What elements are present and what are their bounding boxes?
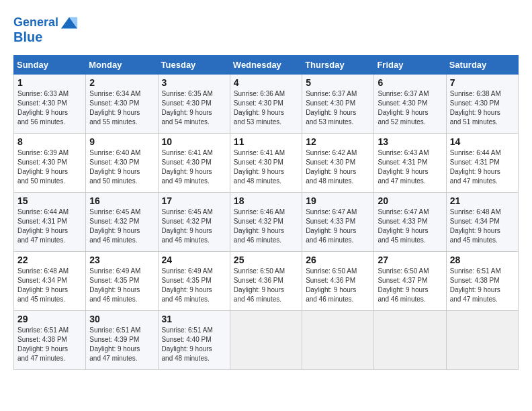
day-number: 23 [89,255,154,265]
day-number: 16 [89,195,154,206]
day-number: 25 [234,255,298,265]
calendar-cell: 10 Sunrise: 6:41 AM Sunset: 4:30 PM Dayl… [158,134,230,193]
header-tuesday: Tuesday [158,56,230,75]
day-number: 17 [162,195,226,206]
day-number: 8 [17,136,82,147]
calendar-cell: 18 Sunrise: 6:46 AM Sunset: 4:32 PM Dayl… [230,193,302,252]
day-number: 13 [378,136,442,147]
calendar-cell: 3 Sunrise: 6:35 AM Sunset: 4:30 PM Dayli… [158,75,230,134]
calendar-cell: 17 Sunrise: 6:45 AM Sunset: 4:32 PM Dayl… [158,193,230,252]
cell-info: Sunrise: 6:43 AM Sunset: 4:31 PM Dayligh… [378,148,442,186]
calendar-cell: 4 Sunrise: 6:36 AM Sunset: 4:30 PM Dayli… [230,75,302,134]
calendar-table: SundayMondayTuesdayWednesdayThursdayFrid… [13,55,519,370]
calendar-cell: 23 Sunrise: 6:49 AM Sunset: 4:35 PM Dayl… [86,252,158,311]
page-header: General Blue [13,13,519,44]
cell-info: Sunrise: 6:41 AM Sunset: 4:30 PM Dayligh… [234,148,298,186]
day-number: 28 [450,255,515,265]
calendar-week-5: 29 Sunrise: 6:51 AM Sunset: 4:38 PM Dayl… [14,311,519,370]
calendar-week-2: 8 Sunrise: 6:39 AM Sunset: 4:30 PM Dayli… [14,134,519,193]
day-number: 27 [378,255,442,265]
day-number: 6 [378,77,442,88]
calendar-cell: 19 Sunrise: 6:47 AM Sunset: 4:33 PM Dayl… [302,193,374,252]
calendar-cell: 28 Sunrise: 6:51 AM Sunset: 4:38 PM Dayl… [446,252,518,311]
cell-info: Sunrise: 6:50 AM Sunset: 4:37 PM Dayligh… [378,267,442,304]
calendar-cell: 13 Sunrise: 6:43 AM Sunset: 4:31 PM Dayl… [374,134,446,193]
calendar-cell: 9 Sunrise: 6:40 AM Sunset: 4:30 PM Dayli… [86,134,158,193]
calendar-cell: 31 Sunrise: 6:51 AM Sunset: 4:40 PM Dayl… [158,311,230,370]
day-number: 5 [306,77,370,88]
day-number: 30 [89,314,154,324]
cell-info: Sunrise: 6:34 AM Sunset: 4:30 PM Dayligh… [89,89,154,127]
day-number: 20 [378,195,442,206]
cell-info: Sunrise: 6:44 AM Sunset: 4:31 PM Dayligh… [17,208,82,245]
cell-info: Sunrise: 6:33 AM Sunset: 4:30 PM Dayligh… [17,89,82,127]
day-number: 31 [162,314,226,324]
calendar-cell: 30 Sunrise: 6:51 AM Sunset: 4:39 PM Dayl… [86,311,158,370]
calendar-cell: 25 Sunrise: 6:50 AM Sunset: 4:36 PM Dayl… [230,252,302,311]
cell-info: Sunrise: 6:51 AM Sunset: 4:38 PM Dayligh… [450,267,515,304]
day-number: 29 [17,314,82,324]
cell-info: Sunrise: 6:47 AM Sunset: 4:33 PM Dayligh… [306,208,370,245]
calendar-cell: 22 Sunrise: 6:48 AM Sunset: 4:34 PM Dayl… [14,252,86,311]
day-number: 9 [89,136,154,147]
calendar-cell: 5 Sunrise: 6:37 AM Sunset: 4:30 PM Dayli… [302,75,374,134]
cell-info: Sunrise: 6:49 AM Sunset: 4:35 PM Dayligh… [89,267,154,304]
cell-info: Sunrise: 6:40 AM Sunset: 4:30 PM Dayligh… [89,148,154,186]
calendar-cell: 20 Sunrise: 6:47 AM Sunset: 4:33 PM Dayl… [374,193,446,252]
cell-info: Sunrise: 6:38 AM Sunset: 4:30 PM Dayligh… [450,89,515,127]
header-friday: Friday [374,56,446,75]
day-number: 10 [162,136,226,147]
logo: General Blue [13,13,79,44]
calendar-cell: 24 Sunrise: 6:49 AM Sunset: 4:35 PM Dayl… [158,252,230,311]
day-number: 19 [306,195,370,206]
cell-info: Sunrise: 6:45 AM Sunset: 4:32 PM Dayligh… [162,208,226,245]
calendar-cell: 27 Sunrise: 6:50 AM Sunset: 4:37 PM Dayl… [374,252,446,311]
cell-info: Sunrise: 6:51 AM Sunset: 4:39 PM Dayligh… [89,326,154,363]
calendar-cell: 26 Sunrise: 6:50 AM Sunset: 4:36 PM Dayl… [302,252,374,311]
cell-info: Sunrise: 6:42 AM Sunset: 4:30 PM Dayligh… [306,148,370,186]
calendar-cell [446,311,518,370]
day-number: 21 [450,195,515,206]
calendar-cell [302,311,374,370]
cell-info: Sunrise: 6:37 AM Sunset: 4:30 PM Dayligh… [378,89,442,127]
day-number: 15 [17,195,82,206]
calendar-cell: 29 Sunrise: 6:51 AM Sunset: 4:38 PM Dayl… [14,311,86,370]
cell-info: Sunrise: 6:41 AM Sunset: 4:30 PM Dayligh… [162,148,226,186]
day-number: 4 [234,77,298,88]
day-number: 22 [17,255,82,265]
cell-info: Sunrise: 6:39 AM Sunset: 4:30 PM Dayligh… [17,148,82,186]
calendar-cell [374,311,446,370]
logo-subtext: Blue [13,30,42,44]
calendar-header-row: SundayMondayTuesdayWednesdayThursdayFrid… [14,56,519,75]
header-monday: Monday [86,56,158,75]
cell-info: Sunrise: 6:50 AM Sunset: 4:36 PM Dayligh… [306,267,370,304]
calendar-week-3: 15 Sunrise: 6:44 AM Sunset: 4:31 PM Dayl… [14,193,519,252]
calendar-cell: 8 Sunrise: 6:39 AM Sunset: 4:30 PM Dayli… [14,134,86,193]
header-sunday: Sunday [14,56,86,75]
header-wednesday: Wednesday [230,56,302,75]
cell-info: Sunrise: 6:46 AM Sunset: 4:32 PM Dayligh… [234,208,298,245]
cell-info: Sunrise: 6:45 AM Sunset: 4:32 PM Dayligh… [89,208,154,245]
calendar-cell: 14 Sunrise: 6:44 AM Sunset: 4:31 PM Dayl… [446,134,518,193]
day-number: 12 [306,136,370,147]
cell-info: Sunrise: 6:44 AM Sunset: 4:31 PM Dayligh… [450,148,515,186]
cell-info: Sunrise: 6:48 AM Sunset: 4:34 PM Dayligh… [17,267,82,304]
day-number: 11 [234,136,298,147]
calendar-cell [230,311,302,370]
cell-info: Sunrise: 6:37 AM Sunset: 4:30 PM Dayligh… [306,89,370,127]
calendar-cell: 16 Sunrise: 6:45 AM Sunset: 4:32 PM Dayl… [86,193,158,252]
header-saturday: Saturday [446,56,518,75]
cell-info: Sunrise: 6:47 AM Sunset: 4:33 PM Dayligh… [378,208,442,245]
calendar-cell: 7 Sunrise: 6:38 AM Sunset: 4:30 PM Dayli… [446,75,518,134]
cell-info: Sunrise: 6:49 AM Sunset: 4:35 PM Dayligh… [162,267,226,304]
day-number: 26 [306,255,370,265]
cell-info: Sunrise: 6:48 AM Sunset: 4:34 PM Dayligh… [450,208,515,245]
cell-info: Sunrise: 6:36 AM Sunset: 4:30 PM Dayligh… [234,89,298,127]
calendar-cell: 1 Sunrise: 6:33 AM Sunset: 4:30 PM Dayli… [14,75,86,134]
day-number: 18 [234,195,298,206]
day-number: 2 [89,77,154,88]
calendar-cell: 11 Sunrise: 6:41 AM Sunset: 4:30 PM Dayl… [230,134,302,193]
cell-info: Sunrise: 6:35 AM Sunset: 4:30 PM Dayligh… [162,89,226,127]
day-number: 3 [162,77,226,88]
day-number: 14 [450,136,515,147]
